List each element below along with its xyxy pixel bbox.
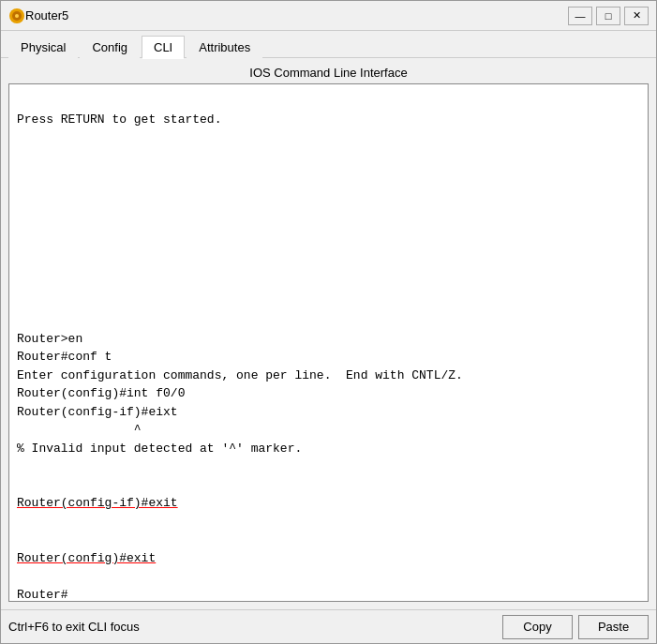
cli-section-title: IOS Command Line Interface — [8, 66, 649, 80]
window-controls: — □ ✕ — [568, 7, 649, 25]
tab-config[interactable]: Config — [80, 36, 140, 58]
window-title: Router5 — [25, 8, 568, 22]
main-window: Router5 — □ ✕ Physical Config CLI Attrib… — [0, 0, 657, 644]
tab-attributes[interactable]: Attributes — [187, 36, 262, 58]
terminal-output: Press RETURN to get started. Router>en R… — [17, 92, 644, 601]
terminal-underline-2: Router(config)#exit — [17, 551, 156, 565]
tab-bar: Physical Config CLI Attributes — [1, 31, 656, 58]
terminal-commands: Router>en Router#conf t Enter configurat… — [17, 332, 463, 456]
svg-point-2 — [15, 14, 19, 18]
minimize-button[interactable]: — — [568, 7, 592, 25]
terminal-initial-text: Press RETURN to get started. — [17, 112, 221, 127]
terminal-container[interactable]: Press RETURN to get started. Router>en R… — [8, 83, 649, 602]
shortcut-hint: Ctrl+F6 to exit CLI focus — [8, 620, 502, 634]
terminal-after-underlines: Router# %SYS-5-CONFIG_I: Configured from… — [17, 588, 390, 602]
maximize-button[interactable]: □ — [596, 7, 620, 25]
tab-cli[interactable]: CLI — [142, 36, 185, 58]
copy-button[interactable]: Copy — [502, 615, 573, 639]
tab-physical[interactable]: Physical — [8, 36, 78, 58]
terminal-underline-1: Router(config-if)#exit — [17, 496, 178, 510]
paste-button[interactable]: Paste — [578, 615, 649, 639]
app-icon — [8, 7, 25, 24]
action-buttons: Copy Paste — [502, 615, 649, 639]
terminal-scroll[interactable]: Press RETURN to get started. Router>en R… — [9, 84, 648, 601]
content-area: IOS Command Line Interface Press RETURN … — [1, 58, 656, 609]
bottom-bar: Ctrl+F6 to exit CLI focus Copy Paste — [1, 609, 656, 643]
close-button[interactable]: ✕ — [624, 7, 649, 25]
title-bar: Router5 — □ ✕ — [1, 1, 656, 31]
